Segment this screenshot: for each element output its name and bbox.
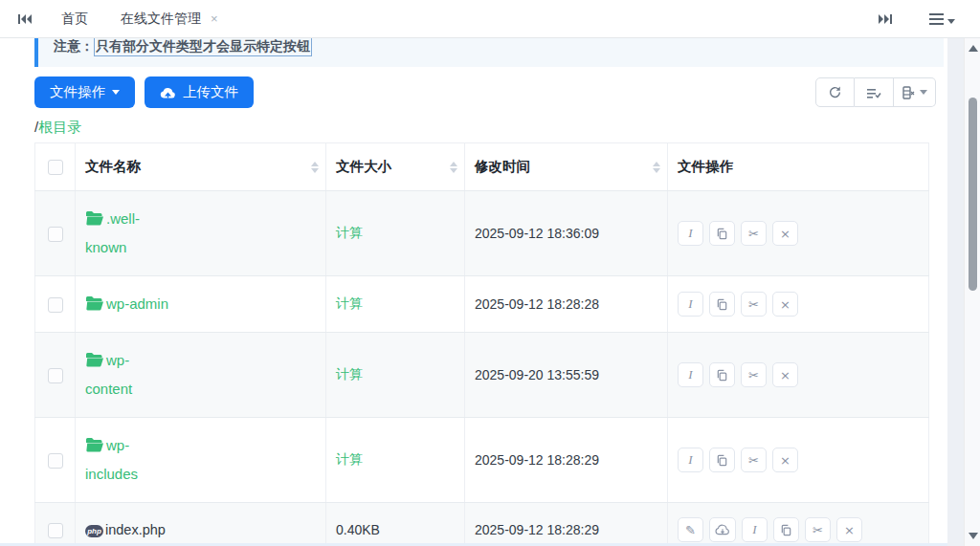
copy-icon xyxy=(780,524,792,536)
folder-icon xyxy=(85,295,104,311)
vertical-scrollbar[interactable] xyxy=(964,38,980,546)
file-size: 0.40KB xyxy=(336,522,380,537)
close-icon[interactable]: × xyxy=(211,12,218,25)
italic-icon: I xyxy=(688,296,692,312)
modified-time: 2025-09-12 18:36:09 xyxy=(475,226,599,241)
table-row: wp-includes计算2025-09-12 18:28:29I✂× xyxy=(35,418,929,503)
table-row: wp-content计算2025-09-20 13:55:59I✂× xyxy=(35,333,929,418)
folder-link[interactable]: wp-content xyxy=(85,346,169,404)
scrollbar-thumb[interactable] xyxy=(969,98,977,291)
row-checkbox[interactable] xyxy=(48,453,63,469)
row-actions: I✂× xyxy=(678,221,919,246)
row-checkbox[interactable] xyxy=(48,523,63,538)
calc-size-link[interactable]: 计算 xyxy=(336,366,363,382)
php-file-icon: php xyxy=(85,525,103,537)
copy-button[interactable] xyxy=(709,362,735,387)
breadcrumb-root-link[interactable]: 根目录 xyxy=(38,119,81,135)
italic-button[interactable]: I xyxy=(678,292,703,317)
calc-size-link[interactable]: 计算 xyxy=(336,451,363,467)
row-checkbox[interactable] xyxy=(48,297,63,313)
italic-button[interactable]: I xyxy=(678,362,703,387)
italic-icon: I xyxy=(688,226,692,241)
scroll-tabs-left-button[interactable] xyxy=(13,9,36,30)
tab-home-label: 首页 xyxy=(61,11,88,28)
scissors-icon: ✂ xyxy=(748,369,759,382)
row-actions: I✂× xyxy=(678,362,919,387)
calc-size-link[interactable]: 计算 xyxy=(336,225,363,240)
folder-link[interactable]: .well-known xyxy=(85,205,169,262)
close-button[interactable]: × xyxy=(772,221,798,246)
scissors-icon: ✂ xyxy=(748,298,759,311)
scroll-tabs-right-button[interactable] xyxy=(874,9,897,30)
column-header-name[interactable]: 文件名称 xyxy=(76,143,326,191)
modified-time: 2025-09-12 18:28:29 xyxy=(475,522,599,537)
scissors-button[interactable]: ✂ xyxy=(805,517,831,542)
tab-home[interactable]: 首页 xyxy=(61,11,88,28)
sort-icon[interactable] xyxy=(450,162,457,173)
tabbar-right-controls xyxy=(874,9,967,30)
scissors-button[interactable]: ✂ xyxy=(741,448,767,472)
row-checkbox[interactable] xyxy=(48,227,63,242)
folder-icon xyxy=(85,352,104,367)
refresh-button[interactable] xyxy=(815,77,855,107)
folder-link[interactable]: wp-includes xyxy=(85,431,169,489)
upload-file-button[interactable]: 上传文件 xyxy=(145,76,254,108)
tab-file-manager-label: 在线文件管理 xyxy=(121,11,201,28)
close-button[interactable]: × xyxy=(772,362,798,387)
sort-icon[interactable] xyxy=(653,162,660,173)
scissors-icon: ✂ xyxy=(748,454,759,467)
tab-file-manager[interactable]: 在线文件管理 × xyxy=(121,11,218,28)
scissors-button[interactable]: ✂ xyxy=(741,292,767,317)
cloud-download-icon xyxy=(715,524,730,535)
row-actions: ✎I✂× xyxy=(678,517,919,542)
close-icon: × xyxy=(780,454,791,467)
table-row: wp-admin计算2025-09-12 18:28:28I✂× xyxy=(35,276,929,333)
cloud-download-button[interactable] xyxy=(709,517,736,542)
sort-icon[interactable] xyxy=(311,162,319,173)
tab-options-menu-button[interactable] xyxy=(929,13,955,25)
calc-size-link[interactable]: 计算 xyxy=(336,295,363,311)
file-operations-label: 文件操作 xyxy=(50,83,105,101)
app-window: 首页 在线文件管理 × 注意：只有部分文件类型 xyxy=(0,0,980,546)
double-arrow-right-icon xyxy=(878,12,893,26)
refresh-icon xyxy=(828,85,842,99)
select-all-checkbox[interactable] xyxy=(48,160,63,175)
pencil-button[interactable]: ✎ xyxy=(678,517,703,542)
export-button[interactable] xyxy=(894,77,936,107)
double-arrow-left-icon xyxy=(17,12,33,26)
pencil-icon: ✎ xyxy=(685,524,696,536)
copy-button[interactable] xyxy=(709,221,735,246)
column-header-size[interactable]: 文件大小 xyxy=(326,143,465,191)
filter-columns-button[interactable] xyxy=(855,77,894,107)
hamburger-icon xyxy=(929,13,944,25)
copy-button[interactable] xyxy=(709,448,735,472)
list-check-icon xyxy=(866,86,881,99)
folder-icon xyxy=(85,210,104,226)
tab-list: 首页 在线文件管理 × xyxy=(61,11,218,28)
notice-prefix: 注意： xyxy=(54,38,94,54)
italic-button[interactable]: I xyxy=(742,517,768,542)
breadcrumb: /根目录 xyxy=(34,119,913,137)
copy-button[interactable] xyxy=(709,292,735,317)
scroll-up-arrow[interactable] xyxy=(969,45,978,52)
modified-time: 2025-09-12 18:28:29 xyxy=(475,452,599,468)
folder-link[interactable]: wp-admin xyxy=(85,290,169,318)
scissors-button[interactable]: ✂ xyxy=(741,362,767,387)
close-button[interactable]: × xyxy=(772,448,798,472)
file-operations-button[interactable]: 文件操作 xyxy=(34,76,135,108)
scroll-down-arrow[interactable] xyxy=(969,533,978,539)
row-checkbox[interactable] xyxy=(48,368,63,383)
close-button[interactable]: × xyxy=(772,292,798,317)
copy-button[interactable] xyxy=(773,517,799,542)
scissors-button[interactable]: ✂ xyxy=(741,221,767,246)
copy-icon xyxy=(716,228,728,240)
notice-text: 只有部分文件类型才会显示特定按钮 xyxy=(94,38,312,56)
italic-button[interactable]: I xyxy=(678,448,703,472)
scissors-icon: ✂ xyxy=(813,524,823,536)
column-header-mtime[interactable]: 修改时间 xyxy=(465,143,668,191)
italic-button[interactable]: I xyxy=(678,221,703,246)
tab-bar: 首页 在线文件管理 × xyxy=(0,0,980,38)
close-button[interactable]: × xyxy=(836,517,862,542)
cloud-upload-icon xyxy=(160,86,176,98)
close-icon: × xyxy=(780,369,791,382)
